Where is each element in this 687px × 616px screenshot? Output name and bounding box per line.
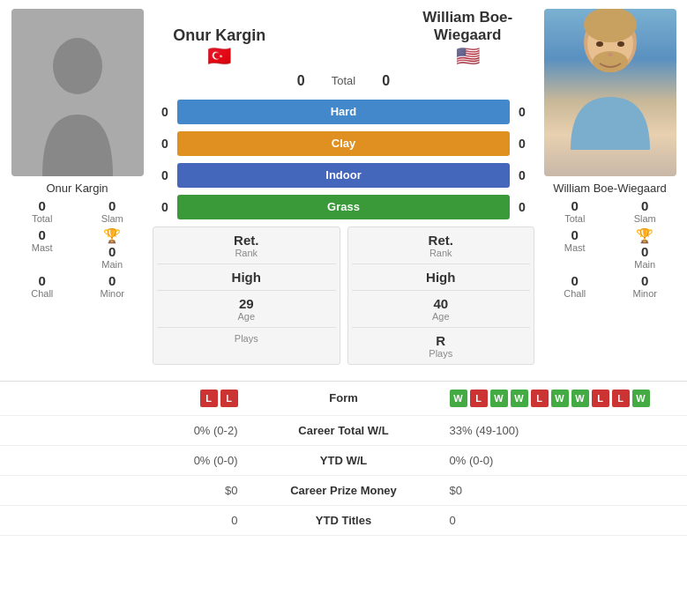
ytd-wl-label: YTD W/L bbox=[256, 454, 432, 467]
right-minor-stat: 0 Minor bbox=[612, 273, 679, 299]
right-info-box: Ret. Rank High 40 Age R Plays bbox=[347, 226, 535, 365]
right-form-badge-4: W bbox=[511, 390, 528, 407]
left-form-badges: L L bbox=[9, 390, 238, 407]
right-player-face-icon bbox=[566, 9, 654, 150]
right-form-badge-2: L bbox=[470, 390, 488, 407]
right-main-value: 0 bbox=[641, 244, 648, 259]
right-minor-label: Minor bbox=[632, 288, 657, 299]
right-form-badge-9: L bbox=[612, 390, 630, 407]
left-player-name: Onur Kargin bbox=[46, 182, 108, 195]
indoor-button[interactable]: Indoor bbox=[177, 163, 510, 188]
hard-button[interactable]: Hard bbox=[177, 100, 510, 124]
indoor-right-score: 0 bbox=[510, 168, 534, 182]
left-high-value: High bbox=[157, 270, 336, 285]
names-row: Onur Kargin 🇹🇷 William Boe-Wiegaard 🇺🇸 bbox=[153, 9, 534, 68]
right-main-stat: 🏆 0 Main bbox=[612, 227, 679, 270]
left-player-stats: 0 Total 0 Slam 0 Mast 🏆 0 Main 0 bbox=[9, 198, 146, 299]
right-plays-row: R Plays bbox=[352, 333, 531, 359]
right-player-photo bbox=[544, 9, 676, 176]
svg-point-6 bbox=[617, 41, 624, 47]
ytd-titles-row: 0 YTD Titles 0 bbox=[0, 506, 687, 536]
mid-info-row: Ret. Rank High 29 Age Plays bbox=[153, 226, 534, 365]
clay-surface-row: 0 Clay 0 bbox=[153, 131, 534, 156]
right-mast-value: 0 bbox=[571, 227, 579, 242]
right-main-label: Main bbox=[634, 259, 655, 270]
right-trophy-icon: 🏆 bbox=[636, 227, 653, 244]
right-mast-stat: 0 Mast bbox=[541, 227, 609, 270]
left-rank-label: Rank bbox=[157, 248, 336, 258]
right-rank-row: Ret. Rank bbox=[352, 233, 531, 264]
left-total-score: 0 bbox=[297, 73, 305, 89]
right-player-name: William Boe-Wiegaard bbox=[553, 182, 667, 195]
left-header-name: Onur Kargin bbox=[153, 26, 287, 45]
right-total-value: 0 bbox=[571, 198, 579, 213]
right-form-badge-1: W bbox=[450, 390, 467, 407]
left-slam-stat: 0 Slam bbox=[79, 198, 146, 224]
prize-money-left: $0 bbox=[9, 484, 256, 497]
ytd-titles-label: YTD Titles bbox=[256, 514, 432, 527]
left-total-label: Total bbox=[32, 213, 52, 224]
prize-money-right: $0 bbox=[432, 484, 679, 497]
right-mast-label: Mast bbox=[564, 242, 586, 253]
right-slam-value: 0 bbox=[641, 198, 648, 213]
form-right: W L W W L W W L L W bbox=[432, 390, 679, 407]
left-slam-value: 0 bbox=[108, 198, 116, 213]
comparison-table: L L Form W L W W L W W L L W bbox=[0, 381, 687, 536]
left-name-area: Onur Kargin 🇹🇷 bbox=[153, 26, 287, 68]
form-left: L L bbox=[9, 390, 256, 407]
left-minor-stat: 0 Minor bbox=[79, 273, 146, 299]
grass-button[interactable]: Grass bbox=[177, 195, 510, 219]
right-form-badge-6: W bbox=[551, 390, 569, 407]
left-player-photo bbox=[11, 9, 144, 176]
left-mast-label: Mast bbox=[32, 242, 53, 253]
right-high-value: High bbox=[352, 270, 531, 285]
left-chall-label: Chall bbox=[31, 288, 53, 299]
right-chall-value: 0 bbox=[571, 273, 579, 288]
left-chall-value: 0 bbox=[39, 273, 46, 288]
right-slam-label: Slam bbox=[634, 213, 656, 224]
player-comparison-section: Onur Kargin 0 Total 0 Slam 0 Mast 🏆 0 bbox=[0, 0, 687, 374]
right-form-badges: W L W W L W W L L W bbox=[450, 390, 679, 407]
surfaces-section: 0 Hard 0 0 Clay 0 0 Indoor 0 bbox=[153, 100, 534, 226]
center-column: Onur Kargin 🇹🇷 William Boe-Wiegaard 🇺🇸 0… bbox=[153, 9, 534, 365]
form-row: L L Form W L W W L W W L L W bbox=[0, 382, 687, 416]
right-plays-value: R bbox=[352, 333, 531, 348]
left-plays-row: Plays bbox=[157, 333, 336, 344]
left-flag: 🇹🇷 bbox=[153, 45, 287, 68]
hard-surface-row: 0 Hard 0 bbox=[153, 100, 534, 124]
clay-button[interactable]: Clay bbox=[177, 131, 510, 156]
left-chall-stat: 0 Chall bbox=[9, 273, 76, 299]
career-total-label: Career Total W/L bbox=[256, 424, 432, 437]
right-rank-label: Rank bbox=[352, 248, 531, 258]
hard-right-score: 0 bbox=[510, 105, 534, 119]
right-flag: 🇺🇸 bbox=[401, 45, 535, 68]
right-header-name: William Boe-Wiegaard bbox=[401, 9, 535, 45]
right-form-badge-8: L bbox=[592, 390, 609, 407]
grass-right-score: 0 bbox=[510, 200, 534, 214]
ytd-wl-right: 0% (0-0) bbox=[432, 454, 679, 467]
clay-left-score: 0 bbox=[153, 137, 177, 151]
ytd-wl-left: 0% (0-0) bbox=[9, 454, 256, 467]
right-form-badge-10: W bbox=[632, 390, 650, 407]
right-total-label: Total bbox=[564, 213, 585, 224]
silhouette-icon bbox=[34, 35, 122, 176]
career-total-row: 0% (0-2) Career Total W/L 33% (49-100) bbox=[0, 416, 687, 446]
grass-surface-row: 0 Grass 0 bbox=[153, 195, 534, 219]
left-rank-row: Ret. Rank bbox=[157, 233, 336, 264]
left-form-badge-2: L bbox=[220, 390, 238, 407]
left-main-stat: 🏆 0 Main bbox=[79, 227, 146, 270]
ytd-titles-right: 0 bbox=[432, 514, 679, 527]
ytd-wl-row: 0% (0-0) YTD W/L 0% (0-0) bbox=[0, 446, 687, 476]
left-main-value: 0 bbox=[108, 244, 116, 259]
right-chall-label: Chall bbox=[564, 288, 586, 299]
grass-left-score: 0 bbox=[153, 200, 177, 214]
left-mast-value: 0 bbox=[39, 227, 46, 242]
career-total-right: 33% (49-100) bbox=[432, 424, 679, 437]
form-label: Form bbox=[256, 391, 432, 404]
svg-point-5 bbox=[596, 41, 603, 47]
total-line: 0 Total 0 bbox=[297, 73, 390, 89]
hard-left-score: 0 bbox=[153, 105, 177, 119]
left-rank-value: Ret. bbox=[157, 233, 336, 248]
main-container: Onur Kargin 0 Total 0 Slam 0 Mast 🏆 0 bbox=[0, 0, 687, 536]
left-trophy-icon: 🏆 bbox=[103, 227, 121, 244]
